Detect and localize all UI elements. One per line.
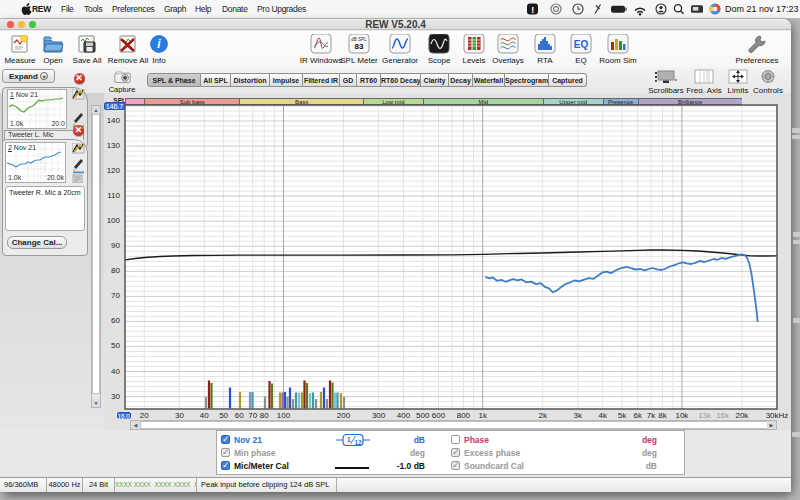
svg-text:12: 12	[355, 439, 363, 446]
svg-text:dB SPL: dB SPL	[351, 37, 367, 42]
svg-text:83: 83	[355, 42, 364, 51]
svg-text:1: 1	[347, 436, 351, 443]
svg-text:EQ: EQ	[574, 39, 589, 50]
svg-text:!: !	[531, 5, 534, 15]
